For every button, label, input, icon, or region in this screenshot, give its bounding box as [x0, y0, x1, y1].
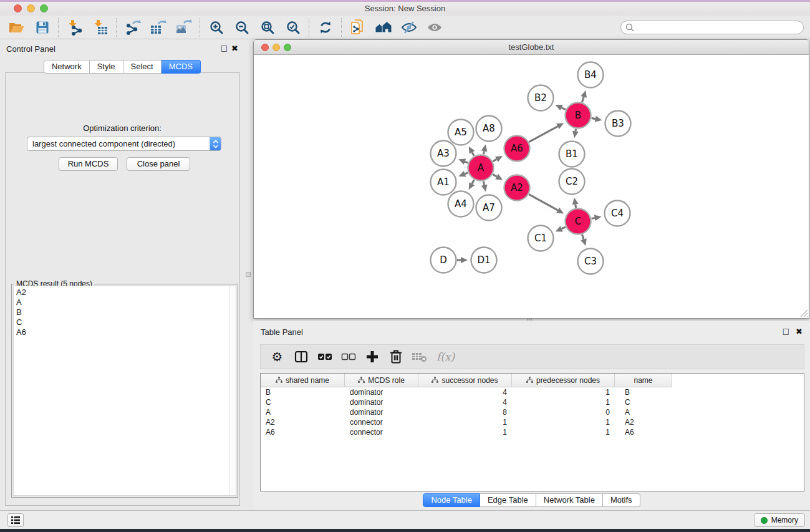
- create-column-icon[interactable]: [363, 347, 381, 366]
- refresh-icon[interactable]: [312, 17, 338, 37]
- column-header-successor-nodes[interactable]: successor nodes: [418, 374, 512, 387]
- network-canvas[interactable]: B4B2BB3A8A5A6A3B1AA1C2A2A4A7C4CC1DD1C3: [254, 55, 809, 318]
- edge-A-A8[interactable]: [483, 151, 484, 154]
- table-row[interactable]: Adominator80A: [261, 407, 804, 417]
- network-graph[interactable]: B4B2BB3A8A5A6A3B1AA1C2A2A4A7C4CC1DD1C3: [254, 55, 809, 318]
- table-cell: dominator: [345, 397, 418, 407]
- delete-table-icon[interactable]: [410, 347, 428, 366]
- mcds-result-item[interactable]: B: [14, 307, 236, 317]
- column-header-predecessor-nodes[interactable]: predecessor nodes: [512, 374, 615, 387]
- vertical-split-grip[interactable]: [246, 272, 251, 277]
- tab-edge-table[interactable]: Edge Table: [480, 493, 536, 507]
- tab-motifs[interactable]: Motifs: [603, 493, 640, 507]
- edge-B-B4[interactable]: [582, 97, 584, 102]
- tab-mcds[interactable]: MCDS: [162, 60, 201, 74]
- arrowhead-icon: [581, 90, 587, 98]
- edge-A-A3[interactable]: [465, 162, 468, 163]
- save-session-icon[interactable]: [29, 17, 55, 37]
- memory-button[interactable]: Memory: [754, 513, 805, 527]
- float-panel-icon[interactable]: □: [221, 44, 228, 52]
- zoom-in-icon[interactable]: [203, 17, 229, 37]
- mcds-result-item[interactable]: A: [14, 297, 236, 307]
- mcds-result-item[interactable]: C: [14, 317, 236, 327]
- close-panel-button[interactable]: Close panel: [127, 157, 190, 171]
- edge-A-A5[interactable]: [472, 152, 474, 156]
- mcds-result-item[interactable]: A6: [14, 327, 236, 337]
- edge-A-A6[interactable]: [493, 159, 496, 161]
- delete-columns-icon[interactable]: [387, 347, 405, 366]
- deselect-all-icon[interactable]: [339, 347, 357, 366]
- tab-select[interactable]: Select: [123, 60, 162, 74]
- import-table-icon[interactable]: [87, 17, 113, 37]
- node-label-B2: B2: [534, 92, 547, 104]
- hierarchy-icon: [276, 377, 282, 384]
- close-panel-icon[interactable]: ✖: [231, 44, 238, 53]
- table-row[interactable]: A2connector11A2: [261, 417, 804, 427]
- node-label-A5: A5: [455, 127, 467, 138]
- toolbar-separator: [58, 18, 59, 37]
- zoom-selected-icon[interactable]: [280, 17, 306, 37]
- edge-C-C1[interactable]: [562, 227, 566, 229]
- edge-C-C3[interactable]: [582, 235, 584, 239]
- table-row[interactable]: Cdominator41C: [261, 397, 804, 407]
- show-columns-icon[interactable]: [292, 347, 310, 366]
- search-field[interactable]: [620, 21, 804, 34]
- optimization-criterion-dropdown[interactable]: largest connected component (directed): [27, 137, 221, 151]
- export-image-icon[interactable]: [171, 17, 196, 37]
- hide-details-icon[interactable]: [396, 17, 422, 37]
- search-input[interactable]: [637, 23, 803, 32]
- edge-A-A2[interactable]: [493, 175, 496, 177]
- control-panel: Control Panel □ ✖ NetworkStyleSelectMCDS…: [0, 39, 244, 510]
- search-icon: [625, 23, 634, 32]
- tab-style[interactable]: Style: [90, 60, 123, 74]
- edge-B-B2[interactable]: [562, 108, 566, 110]
- import-network-icon[interactable]: [62, 17, 87, 37]
- select-all-icon[interactable]: [316, 347, 334, 366]
- zoom-out-icon[interactable]: [229, 17, 254, 37]
- close-panel-icon[interactable]: ✖: [796, 327, 803, 336]
- resize-grip-icon[interactable]: [800, 309, 808, 317]
- edge-A-A1[interactable]: [465, 173, 468, 174]
- export-table-icon[interactable]: [145, 17, 171, 37]
- arrowhead-icon: [481, 185, 488, 192]
- tab-node-table[interactable]: Node Table: [423, 493, 480, 507]
- float-panel-icon[interactable]: □: [783, 327, 789, 336]
- column-header-shared-name[interactable]: shared name: [261, 374, 345, 387]
- home-icon[interactable]: [370, 17, 396, 37]
- table-settings-gear-icon[interactable]: ⚙: [268, 347, 286, 366]
- network-from-file-icon[interactable]: [345, 17, 370, 37]
- column-header-name[interactable]: name: [615, 374, 672, 387]
- table-header-row[interactable]: shared nameMCDS rolesuccessor nodesprede…: [261, 374, 804, 387]
- edge-B-B1[interactable]: [576, 129, 576, 132]
- task-history-button[interactable]: [7, 513, 24, 527]
- node-table[interactable]: shared nameMCDS rolesuccessor nodesprede…: [260, 373, 804, 491]
- arrowhead-icon: [458, 171, 466, 177]
- edge-B-B3[interactable]: [592, 118, 595, 118]
- edge-C-C4[interactable]: [592, 218, 595, 218]
- toolbar-separator: [341, 18, 342, 37]
- edge-C-C2[interactable]: [576, 205, 576, 208]
- run-mcds-button[interactable]: Run MCDS: [59, 157, 118, 171]
- function-builder-icon[interactable]: f(x): [436, 351, 455, 363]
- edge-A-A4[interactable]: [472, 180, 474, 183]
- table-row[interactable]: A6connector11A6: [261, 427, 804, 437]
- tab-network-table[interactable]: Network Table: [536, 493, 603, 507]
- open-session-icon[interactable]: [4, 17, 29, 37]
- table-cell: 0: [512, 407, 615, 417]
- table-row[interactable]: Bdominator41B: [261, 387, 804, 397]
- zoom-fit-icon[interactable]: [254, 17, 280, 37]
- edge-A-A7[interactable]: [483, 181, 484, 185]
- show-details-icon[interactable]: [422, 17, 447, 37]
- table-cell: 4: [418, 387, 512, 397]
- edge-A2-C[interactable]: [529, 195, 557, 211]
- edge-A6-B[interactable]: [529, 127, 557, 142]
- table-panel: Table Panel □ ✖ ⚙ f(x) shared nameMCDS r…: [253, 321, 810, 510]
- column-header-mcds-role[interactable]: MCDS role: [345, 374, 418, 387]
- mcds-result-item[interactable]: A2: [14, 286, 236, 297]
- network-window-titlebar[interactable]: testGlobe.txt: [254, 40, 809, 55]
- mcds-result-list[interactable]: A2ABCA6: [13, 286, 236, 496]
- scrollbar-track[interactable]: [229, 286, 236, 495]
- tab-network[interactable]: Network: [44, 60, 90, 74]
- export-network-icon[interactable]: [120, 17, 145, 37]
- control-panel-tabs: NetworkStyleSelectMCDS: [0, 60, 244, 74]
